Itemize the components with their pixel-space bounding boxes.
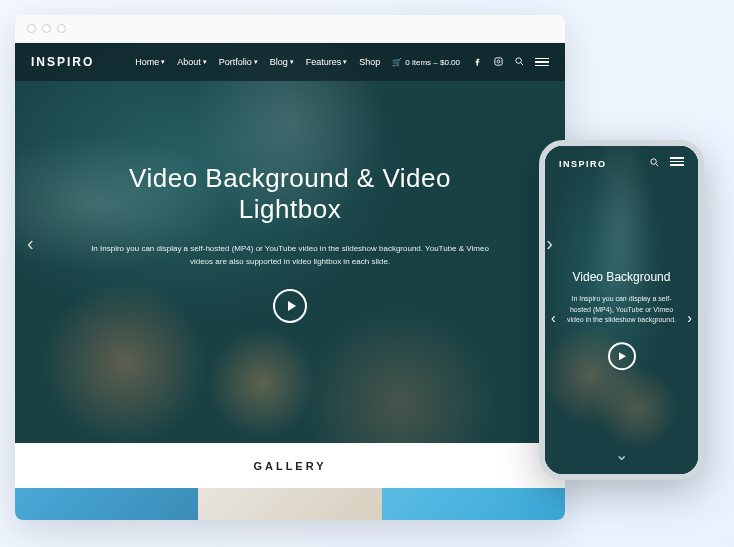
- phone-header: INSPIRO: [545, 146, 698, 182]
- prev-arrow-icon[interactable]: ‹: [551, 310, 556, 326]
- nav-about[interactable]: About▾: [177, 57, 207, 67]
- chevron-down-icon: ▾: [254, 58, 258, 66]
- next-arrow-icon[interactable]: ›: [687, 310, 692, 326]
- scroll-down-icon[interactable]: ⌄: [545, 445, 698, 464]
- search-icon[interactable]: [649, 157, 660, 171]
- menu-icon[interactable]: [670, 157, 684, 171]
- instagram-icon[interactable]: [493, 56, 504, 69]
- cart-link[interactable]: 🛒0 items – $0.00: [392, 58, 460, 67]
- nav-blog[interactable]: Blog▾: [270, 57, 294, 67]
- prev-arrow-icon[interactable]: ‹: [27, 232, 34, 255]
- nav-features[interactable]: Features▾: [306, 57, 348, 67]
- search-icon[interactable]: [514, 56, 525, 69]
- chevron-down-icon: ▾: [203, 58, 207, 66]
- nav-shop[interactable]: Shop: [359, 57, 380, 67]
- svg-point-4: [651, 159, 657, 165]
- phone-hero: Video Background In Inspiro you can disp…: [545, 270, 698, 370]
- chevron-down-icon: ▾: [343, 58, 347, 66]
- menu-icon[interactable]: [535, 58, 549, 67]
- hero-title: Video Background & Video Lightbox: [75, 163, 505, 225]
- hero-subtitle: In Inspiro you can display a self-hosted…: [90, 243, 490, 269]
- play-button[interactable]: [608, 342, 636, 370]
- phone-hero-title: Video Background: [563, 270, 680, 284]
- phone-logo[interactable]: INSPIRO: [559, 159, 607, 169]
- phone-screen: INSPIRO ‹ › Video Background In Inspiro …: [545, 146, 698, 474]
- cart-icon: 🛒: [392, 58, 402, 67]
- svg-line-3: [521, 62, 523, 64]
- site-logo[interactable]: INSPIRO: [31, 55, 94, 69]
- next-arrow-icon[interactable]: ›: [546, 232, 553, 255]
- browser-titlebar: [15, 15, 565, 43]
- phone-mockup: INSPIRO ‹ › Video Background In Inspiro …: [539, 140, 704, 480]
- gallery-thumb[interactable]: [198, 488, 381, 520]
- social-icons: [472, 56, 549, 69]
- window-max-dot[interactable]: [57, 24, 66, 33]
- gallery-heading: GALLERY: [15, 443, 565, 488]
- phone-header-icons: [649, 157, 684, 171]
- facebook-icon[interactable]: [472, 56, 483, 69]
- chevron-down-icon: ▾: [290, 58, 294, 66]
- window-close-dot[interactable]: [27, 24, 36, 33]
- nav-home[interactable]: Home▾: [135, 57, 165, 67]
- main-nav: Home▾ About▾ Portfolio▾ Blog▾ Features▾ …: [135, 56, 549, 69]
- svg-rect-0: [495, 57, 502, 64]
- hero-section: ‹ › Video Background & Video Lightbox In…: [15, 43, 565, 443]
- nav-portfolio[interactable]: Portfolio▾: [219, 57, 258, 67]
- svg-line-5: [656, 164, 658, 166]
- gallery-thumb[interactable]: [382, 488, 565, 520]
- svg-point-1: [497, 60, 500, 63]
- window-min-dot[interactable]: [42, 24, 51, 33]
- site-viewport: INSPIRO Home▾ About▾ Portfolio▾ Blog▾ Fe…: [15, 43, 565, 520]
- play-button[interactable]: [273, 289, 307, 323]
- gallery-thumbs: [15, 488, 565, 520]
- svg-point-2: [516, 57, 522, 63]
- gallery-thumb[interactable]: [15, 488, 198, 520]
- phone-hero-subtitle: In Inspiro you can display a self-hosted…: [563, 294, 680, 326]
- site-header: INSPIRO Home▾ About▾ Portfolio▾ Blog▾ Fe…: [15, 43, 565, 81]
- chevron-down-icon: ▾: [161, 58, 165, 66]
- browser-window: INSPIRO Home▾ About▾ Portfolio▾ Blog▾ Fe…: [15, 15, 565, 520]
